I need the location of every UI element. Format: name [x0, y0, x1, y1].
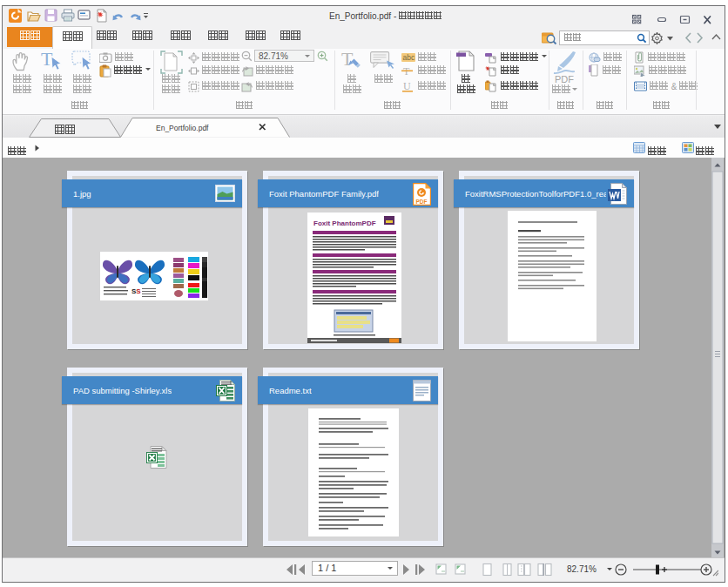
svg-text:Foxit PhantomPDF: Foxit PhantomPDF — [313, 219, 376, 227]
svg-text:T: T — [341, 51, 354, 70]
svg-text:abc: abc — [403, 53, 415, 62]
svg-text:PDF: PDF — [416, 199, 428, 205]
svg-text:SS: SS — [131, 287, 141, 295]
